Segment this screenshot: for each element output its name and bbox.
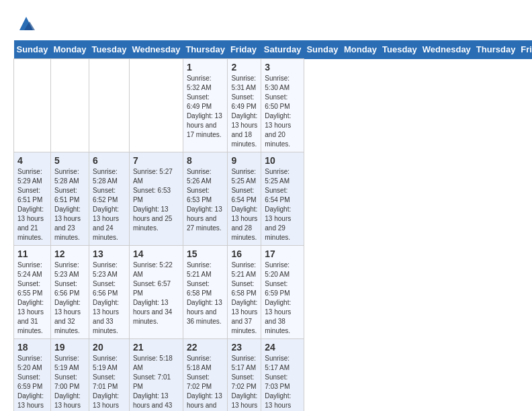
day-number: 12 [54, 248, 85, 259]
day-number: 4 [17, 155, 47, 166]
calendar-header-row: SundayMondayTuesdayWednesdayThursdayFrid… [14, 40, 533, 59]
day-number: 1 [187, 62, 224, 73]
day-header-friday: Friday [228, 40, 261, 59]
day-number: 7 [133, 155, 179, 166]
calendar-cell: 2Sunrise: 5:31 AMSunset: 6:49 PMDaylight… [228, 59, 261, 152]
day-header-wednesday: Wednesday [420, 40, 474, 59]
day-info: Sunrise: 5:30 AMSunset: 6:50 PMDaylight:… [265, 74, 300, 149]
day-number: 11 [17, 248, 47, 259]
calendar-cell: 15Sunrise: 5:21 AMSunset: 6:58 PMDayligh… [183, 246, 228, 339]
calendar-cell [50, 59, 89, 152]
day-number: 17 [265, 248, 300, 259]
calendar-cell: 11Sunrise: 5:24 AMSunset: 6:55 PMDayligh… [14, 246, 51, 339]
day-info: Sunrise: 5:31 AMSunset: 6:49 PMDaylight:… [231, 74, 257, 149]
day-number: 6 [93, 155, 126, 166]
calendar-cell [89, 59, 130, 152]
day-header-saturday: Saturday [261, 40, 304, 59]
calendar-cell: 23Sunrise: 5:17 AMSunset: 7:02 PMDayligh… [228, 339, 261, 412]
day-info: Sunrise: 5:24 AMSunset: 6:55 PMDaylight:… [17, 261, 47, 336]
day-number: 3 [265, 62, 300, 73]
calendar-week-row: 1Sunrise: 5:32 AMSunset: 6:49 PMDaylight… [14, 59, 533, 152]
day-info: Sunrise: 5:25 AMSunset: 6:54 PMDaylight:… [231, 167, 257, 242]
day-info: Sunrise: 5:27 AMSunset: 6:53 PMDaylight:… [133, 167, 179, 233]
day-number: 21 [133, 342, 179, 353]
day-number: 14 [133, 248, 179, 259]
calendar-cell: 18Sunrise: 5:20 AMSunset: 6:59 PMDayligh… [14, 339, 51, 412]
calendar-cell: 5Sunrise: 5:28 AMSunset: 6:51 PMDaylight… [50, 152, 89, 246]
day-number: 23 [231, 342, 257, 353]
day-info: Sunrise: 5:17 AMSunset: 7:02 PMDaylight:… [231, 354, 257, 411]
day-number: 10 [265, 155, 300, 166]
calendar-cell: 24Sunrise: 5:17 AMSunset: 7:03 PMDayligh… [261, 339, 304, 412]
calendar-cell: 6Sunrise: 5:28 AMSunset: 6:52 PMDaylight… [89, 152, 130, 246]
calendar-cell: 7Sunrise: 5:27 AMSunset: 6:53 PMDaylight… [129, 152, 183, 246]
calendar-cell: 16Sunrise: 5:21 AMSunset: 6:58 PMDayligh… [228, 246, 261, 339]
calendar-cell: 3Sunrise: 5:30 AMSunset: 6:50 PMDaylight… [261, 59, 304, 152]
calendar-cell: 20Sunrise: 5:19 AMSunset: 7:01 PMDayligh… [89, 339, 130, 412]
day-info: Sunrise: 5:18 AMSunset: 7:02 PMDaylight:… [187, 354, 224, 411]
day-number: 9 [231, 155, 257, 166]
calendar-week-row: 18Sunrise: 5:20 AMSunset: 6:59 PMDayligh… [14, 339, 533, 412]
day-info: Sunrise: 5:21 AMSunset: 6:58 PMDaylight:… [231, 261, 257, 336]
day-header-tuesday: Tuesday [380, 40, 420, 59]
day-info: Sunrise: 5:19 AMSunset: 7:01 PMDaylight:… [93, 354, 126, 411]
day-header-tuesday: Tuesday [89, 40, 130, 59]
day-header-thursday: Thursday [183, 40, 228, 59]
day-info: Sunrise: 5:29 AMSunset: 6:51 PMDaylight:… [17, 167, 47, 242]
day-number: 19 [54, 342, 85, 353]
calendar-cell: 19Sunrise: 5:19 AMSunset: 7:00 PMDayligh… [50, 339, 89, 412]
day-info: Sunrise: 5:20 AMSunset: 6:59 PMDaylight:… [265, 261, 300, 336]
logo [13, 13, 36, 34]
day-number: 20 [93, 342, 126, 353]
day-info: Sunrise: 5:23 AMSunset: 6:56 PMDaylight:… [54, 261, 85, 336]
calendar-week-row: 4Sunrise: 5:29 AMSunset: 6:51 PMDaylight… [14, 152, 533, 246]
calendar-table: SundayMondayTuesdayWednesdayThursdayFrid… [13, 40, 532, 411]
day-info: Sunrise: 5:32 AMSunset: 6:49 PMDaylight:… [187, 74, 224, 140]
day-info: Sunrise: 5:22 AMSunset: 6:57 PMDaylight:… [133, 261, 179, 326]
calendar-cell: 1Sunrise: 5:32 AMSunset: 6:49 PMDaylight… [183, 59, 228, 152]
calendar-cell: 17Sunrise: 5:20 AMSunset: 6:59 PMDayligh… [261, 246, 304, 339]
day-info: Sunrise: 5:19 AMSunset: 7:00 PMDaylight:… [54, 354, 85, 411]
calendar-cell: 9Sunrise: 5:25 AMSunset: 6:54 PMDaylight… [228, 152, 261, 246]
calendar-cell: 22Sunrise: 5:18 AMSunset: 7:02 PMDayligh… [183, 339, 228, 412]
day-header-sunday: Sunday [304, 40, 341, 59]
logo-icon [16, 13, 36, 34]
day-header-thursday: Thursday [474, 40, 519, 59]
calendar-cell: 4Sunrise: 5:29 AMSunset: 6:51 PMDaylight… [14, 152, 51, 246]
day-info: Sunrise: 5:26 AMSunset: 6:53 PMDaylight:… [187, 167, 224, 233]
calendar-cell [14, 59, 51, 152]
day-info: Sunrise: 5:21 AMSunset: 6:58 PMDaylight:… [187, 261, 224, 326]
page-header [13, 13, 519, 34]
calendar-cell: 12Sunrise: 5:23 AMSunset: 6:56 PMDayligh… [50, 246, 89, 339]
calendar-cell: 10Sunrise: 5:25 AMSunset: 6:54 PMDayligh… [261, 152, 304, 246]
calendar-cell: 8Sunrise: 5:26 AMSunset: 6:53 PMDaylight… [183, 152, 228, 246]
calendar-week-row: 11Sunrise: 5:24 AMSunset: 6:55 PMDayligh… [14, 246, 533, 339]
calendar-cell: 14Sunrise: 5:22 AMSunset: 6:57 PMDayligh… [129, 246, 183, 339]
day-number: 16 [231, 248, 257, 259]
day-header-wednesday: Wednesday [129, 40, 183, 59]
day-info: Sunrise: 5:28 AMSunset: 6:51 PMDaylight:… [54, 167, 85, 242]
day-number: 15 [187, 248, 224, 259]
day-info: Sunrise: 5:25 AMSunset: 6:54 PMDaylight:… [265, 167, 300, 242]
calendar-cell: 21Sunrise: 5:18 AMSunset: 7:01 PMDayligh… [129, 339, 183, 412]
day-number: 18 [17, 342, 47, 353]
day-info: Sunrise: 5:23 AMSunset: 6:56 PMDaylight:… [93, 261, 126, 336]
day-info: Sunrise: 5:20 AMSunset: 6:59 PMDaylight:… [17, 354, 47, 411]
day-header-monday: Monday [341, 40, 380, 59]
day-header-sunday: Sunday [14, 40, 51, 59]
day-number: 5 [54, 155, 85, 166]
day-info: Sunrise: 5:18 AMSunset: 7:01 PMDaylight:… [133, 354, 179, 411]
day-number: 13 [93, 248, 126, 259]
calendar-cell [129, 59, 183, 152]
day-header-monday: Monday [50, 40, 89, 59]
day-info: Sunrise: 5:28 AMSunset: 6:52 PMDaylight:… [93, 167, 126, 242]
day-info: Sunrise: 5:17 AMSunset: 7:03 PMDaylight:… [265, 354, 300, 411]
day-number: 8 [187, 155, 224, 166]
day-header-friday: Friday [518, 40, 532, 59]
day-number: 22 [187, 342, 224, 353]
day-number: 2 [231, 62, 257, 73]
day-number: 24 [265, 342, 300, 353]
calendar-cell: 13Sunrise: 5:23 AMSunset: 6:56 PMDayligh… [89, 246, 130, 339]
